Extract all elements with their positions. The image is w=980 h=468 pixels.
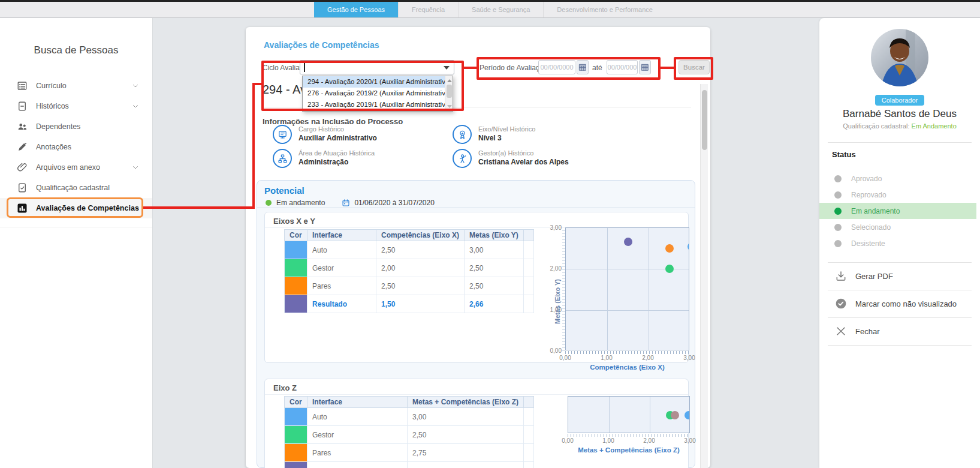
date-to-input[interactable]: 00/00/000 <box>607 60 638 74</box>
xy-table: CorInterfaceCompetências (Eixo X)Metas (… <box>284 229 534 313</box>
color-cell <box>285 277 307 295</box>
sidebar-item-anotacoes[interactable]: Anotações <box>0 137 152 157</box>
blank-cell <box>524 462 534 468</box>
qualification-value: Em Andamento <box>912 122 957 130</box>
evaluation-period: 01/06/2020 à 31/07/2020 <box>354 199 434 207</box>
status-label: Reprovado <box>851 191 886 199</box>
action-gerar-pdf[interactable]: Gerar PDF <box>819 262 980 290</box>
sidebar-item-label: Anotações <box>36 143 71 151</box>
x-axis-title: Competências (Eixo X) <box>565 364 689 371</box>
sidebar-item-label: Históricos <box>36 102 69 110</box>
x-tick-label: 2,00 <box>642 355 653 361</box>
interface-cell: Gestor <box>307 426 408 444</box>
dropdown-scrollbar[interactable] <box>445 76 453 111</box>
text-cursor <box>304 63 305 72</box>
z-section-card: Eixo Z CorInterfaceMetas + Competências … <box>264 379 689 468</box>
status-item-aprovado: Aprovado <box>819 170 976 187</box>
sidebar-item-arquivos-em-anexo[interactable]: Arquivos em anexo <box>0 157 152 178</box>
y-tick-label: 3,00 <box>546 224 562 231</box>
sidebar-item-qualificacao-cadastral[interactable]: Qualificação cadastral <box>0 178 152 198</box>
period-label: Período de Avaliação <box>480 64 547 72</box>
sidebar-item-avaliacoes-de-competencias[interactable]: Avaliações de Competências <box>0 198 152 218</box>
z-cell: 2,50 <box>408 426 524 444</box>
status-dot <box>834 175 842 182</box>
doc-check-icon <box>17 182 28 193</box>
z-cell: 2,75 <box>408 444 524 462</box>
date-from-input[interactable]: 00/00/0000 <box>538 60 575 74</box>
x-axis-ticks <box>565 351 689 354</box>
color-swatch <box>285 259 307 277</box>
table-row: Auto2,503,00 <box>285 241 534 259</box>
action-label: Gerar PDF <box>855 272 893 281</box>
blank-cell <box>524 408 534 426</box>
data-point-pares <box>665 244 674 253</box>
potencial-status: Em andamento 01/06/2020 à 31/07/2020 <box>266 199 435 207</box>
sidebar-item-dependentes[interactable]: Dependentes <box>0 116 152 137</box>
data-point-auto <box>687 242 689 251</box>
cycle-option[interactable]: 276 - Avaliação 2019/2 (Auxiliar Adminis… <box>303 88 445 99</box>
column-header: Metas (Eixo Y) <box>465 230 524 241</box>
status-item-em-andamento: Em andamento <box>819 203 976 219</box>
tab-gestao-de-pessoas[interactable]: Gestão de Pessoas <box>314 2 398 17</box>
interface-cell: Gestor <box>307 259 376 277</box>
blank-cell <box>523 259 533 277</box>
color-cell <box>285 241 307 259</box>
app-root: Gestão de PessoasFrequênciaSaúde e Segur… <box>0 0 980 468</box>
search-button[interactable]: Buscar <box>679 60 710 74</box>
x-tick-label: 0,00 <box>559 355 571 361</box>
scroll-down-icon[interactable] <box>447 105 452 108</box>
sidebar-item-historicos[interactable]: Históricos <box>0 96 152 116</box>
color-swatch <box>285 277 307 295</box>
sidebar-title: Busca de Pessoas <box>0 44 152 56</box>
main-scrollbar[interactable] <box>700 84 708 468</box>
status-dot <box>834 208 842 215</box>
color-cell <box>285 444 307 462</box>
calendar-from-button[interactable] <box>577 60 589 74</box>
column-header-blank <box>524 397 534 408</box>
divider <box>257 207 695 208</box>
calendar-to-button[interactable] <box>639 60 651 74</box>
column-header: Competências (Eixo X) <box>376 230 465 241</box>
status-dot <box>834 191 842 199</box>
list-icon <box>17 80 28 91</box>
annotation-line <box>143 206 252 209</box>
xy-scatter-plot <box>565 227 689 350</box>
y-axis-ticks <box>562 227 565 350</box>
check-circle-icon <box>835 298 847 310</box>
action-label: Marcar como não visualizado <box>855 299 957 308</box>
color-cell <box>285 462 307 468</box>
tab-saude-e-seguranca[interactable]: Saúde e Segurança <box>458 2 543 17</box>
person-panel: Colaborador Barnabé Santos de Deus Quali… <box>819 18 980 468</box>
paperclip-icon <box>17 162 28 173</box>
status-item-selecionado: Selecionado <box>819 219 976 235</box>
y-cell: 2,50 <box>465 277 524 295</box>
status-label: Aprovado <box>851 175 882 183</box>
role-badge: Colaborador <box>875 95 925 106</box>
tab-frequencia[interactable]: Frequência <box>398 2 458 17</box>
sidebar-item-label: Arquivos em anexo <box>36 163 100 172</box>
color-swatch <box>285 426 307 443</box>
scrollbar-thumb[interactable] <box>702 90 707 150</box>
sidebar-item-curriculo[interactable]: Currículo <box>0 76 152 96</box>
y-cell: 2,50 <box>465 259 524 277</box>
interface-cell: Pares <box>307 277 376 295</box>
action-fechar[interactable]: Fechar <box>819 317 980 345</box>
table-row: Auto3,00 <box>285 408 534 426</box>
status-text: Em andamento <box>276 199 325 207</box>
scroll-up-icon[interactable] <box>447 79 452 82</box>
status-label: Selecionado <box>851 223 891 232</box>
dropdown-scroll-thumb[interactable] <box>447 85 452 98</box>
action-marcar-como-nao-visualizado[interactable]: Marcar como não visualizado <box>819 290 980 317</box>
interface-cell: Auto <box>307 241 376 259</box>
cycle-select[interactable] <box>300 60 454 74</box>
cycle-option[interactable]: 294 - Avaliação 2020/1 (Auxiliar Adminis… <box>303 76 445 88</box>
x-tick-label: 1,00 <box>601 355 612 361</box>
table-row: Pares2,75 <box>285 444 534 462</box>
info-field-text: Gestor(a) HistóricoCristiana Avelar dos … <box>478 149 569 168</box>
status-label: Em andamento <box>851 207 900 215</box>
cycle-option[interactable]: 233 - Avaliação 2019/1 (Auxiliar Adminis… <box>303 99 445 110</box>
tab-desenvolvimento-e-performance[interactable]: Desenvolvimento e Performance <box>543 2 666 17</box>
info-field-text: Cargo HistóricoAuxiliar Administrativo <box>298 125 377 144</box>
sidebar-item-label: Qualificação cadastral <box>36 184 110 192</box>
interface-cell: Resultado <box>307 295 376 313</box>
